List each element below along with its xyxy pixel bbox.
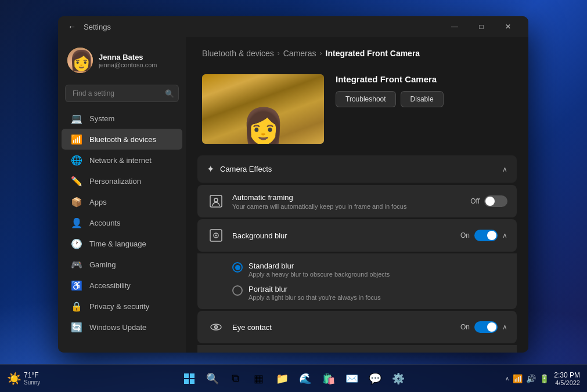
- eye-contact-chevron[interactable]: ∧: [502, 323, 507, 331]
- eye-contact-toggle[interactable]: [474, 321, 498, 333]
- auto-framing-desc: Your camera will automatically keep you …: [232, 203, 470, 210]
- sidebar-item-label: Windows Update: [89, 323, 146, 332]
- troubleshoot-button[interactable]: Troubleshoot: [336, 91, 396, 107]
- widgets-button[interactable]: ▦: [249, 368, 269, 389]
- store-button[interactable]: 🛍️: [318, 368, 339, 389]
- window-title: Settings: [84, 23, 111, 31]
- sidebar-item-accessibility[interactable]: ♿ Accessibility: [62, 275, 182, 296]
- eye-contact-toggle-label: On: [460, 323, 470, 331]
- edge-button[interactable]: 🌊: [295, 368, 316, 389]
- effects-title: Camera Effects: [220, 165, 272, 173]
- gaming-icon: 🎮: [71, 259, 82, 270]
- wifi-icon[interactable]: 📶: [513, 374, 523, 383]
- background-blur-toggle[interactable]: [474, 230, 498, 241]
- user-info: Jenna Bates jenna@contoso.com: [99, 53, 177, 68]
- eye-contact-text: Eye contact: [232, 323, 460, 332]
- effects-header[interactable]: ✦ Camera Effects ∧: [197, 155, 517, 183]
- search-input[interactable]: [65, 85, 179, 102]
- taskview-button[interactable]: ⧉: [225, 368, 246, 389]
- search-icon: 🔍: [165, 89, 174, 98]
- portrait-blur-label: Portrait blur: [249, 285, 381, 293]
- standard-blur-option[interactable]: Standard blur Apply a heavy blur to obsc…: [232, 258, 507, 281]
- volume-icon[interactable]: 🔊: [526, 374, 536, 383]
- breadcrumb-bluetooth[interactable]: Bluetooth & devices: [202, 49, 274, 58]
- title-bar-left: ← Settings: [65, 20, 111, 34]
- auto-framing-toggle-label: Off: [470, 197, 480, 205]
- breadcrumb-current: Integrated Front Camera: [326, 49, 420, 58]
- auto-framing-toggle[interactable]: [484, 195, 507, 207]
- sidebar-item-accounts[interactable]: 👤 Accounts: [62, 212, 182, 233]
- weather-info: 71°F Sunny: [24, 371, 40, 386]
- weather-icon: ☀️: [7, 372, 21, 386]
- explorer-button[interactable]: 📁: [272, 368, 293, 389]
- settings-button[interactable]: ⚙️: [388, 368, 409, 389]
- apps-icon: 📦: [71, 196, 82, 208]
- battery-icon[interactable]: 🔋: [539, 374, 549, 383]
- eye-standard-option[interactable]: Standard Make eye contact even when you'…: [232, 350, 507, 353]
- user-profile[interactable]: Jenna Bates jenna@contoso.com: [58, 42, 186, 79]
- portrait-blur-option[interactable]: Portrait blur Apply a light blur so that…: [232, 281, 507, 304]
- camera-preview-inner: 👩: [202, 74, 324, 144]
- sidebar-item-system[interactable]: 💻 System: [62, 108, 182, 129]
- sidebar-item-network[interactable]: 🌐 Network & internet: [62, 150, 182, 170]
- search-button[interactable]: 🔍: [202, 368, 223, 389]
- clock-time: 2:30 PM: [554, 371, 580, 379]
- breadcrumb-cameras[interactable]: Cameras: [283, 49, 316, 58]
- camera-name: Integrated Front Camera: [336, 74, 444, 84]
- start-button[interactable]: [179, 368, 200, 389]
- portrait-blur-radio[interactable]: [232, 285, 243, 296]
- sidebar-item-privacy[interactable]: 🔒 Privacy & security: [62, 296, 182, 317]
- auto-framing-icon: [207, 192, 225, 210]
- effects-header-left: ✦ Camera Effects: [207, 164, 272, 175]
- sidebar-item-gaming[interactable]: 🎮 Gaming: [62, 254, 182, 275]
- minimize-button[interactable]: —: [441, 17, 468, 36]
- camera-actions: Troubleshoot Disable: [336, 91, 444, 107]
- tray-overflow-button[interactable]: ∧: [505, 375, 509, 382]
- sidebar-item-label: Time & language: [89, 239, 146, 248]
- disable-button[interactable]: Disable: [401, 91, 444, 107]
- maximize-button[interactable]: □: [468, 17, 495, 36]
- breadcrumb: Bluetooth & devices › Cameras › Integrat…: [202, 49, 512, 58]
- weather-condition: Sunny: [24, 379, 40, 386]
- background-blur-icon: [207, 226, 225, 245]
- teams-button[interactable]: 💬: [365, 368, 386, 389]
- sidebar-item-apps[interactable]: 📦 Apps: [62, 191, 182, 212]
- avatar-image: [67, 48, 93, 73]
- effects-chevron-icon: ∧: [502, 165, 507, 173]
- window-controls: — □ ✕: [441, 17, 521, 36]
- clock-area[interactable]: 2:30 PM 4/5/2022: [554, 371, 580, 386]
- sidebar-item-personalization[interactable]: ✏️ Personalization: [62, 170, 182, 191]
- effects-icon: ✦: [207, 164, 214, 175]
- main-content: Bluetooth & devices › Cameras › Integrat…: [186, 37, 528, 353]
- background-blur-left: Background blur: [207, 226, 460, 245]
- auto-framing-left: Automatic framing Your camera will autom…: [207, 192, 470, 210]
- user-email: jenna@contoso.com: [99, 61, 177, 68]
- sidebar: Jenna Bates jenna@contoso.com 🔍 💻 System…: [58, 37, 186, 353]
- sidebar-item-time[interactable]: 🕐 Time & language: [62, 233, 182, 254]
- title-bar: ← Settings — □ ✕: [58, 16, 528, 37]
- sidebar-item-label: System: [89, 114, 114, 123]
- search-box: 🔍: [65, 85, 179, 102]
- update-icon: 🔄: [71, 321, 82, 333]
- sidebar-item-label: Personalization: [89, 177, 141, 186]
- sidebar-item-bluetooth[interactable]: 📶 Bluetooth & devices: [62, 129, 182, 150]
- sidebar-item-label: Network & internet: [89, 156, 152, 165]
- sidebar-item-label: Gaming: [89, 260, 116, 269]
- standard-blur-desc: Apply a heavy blur to obscure background…: [249, 271, 390, 278]
- mail-button[interactable]: ✉️: [341, 368, 362, 389]
- background-blur-text: Background blur: [232, 231, 460, 240]
- sidebar-item-update[interactable]: 🔄 Windows Update: [62, 317, 182, 337]
- taskbar-right: ∧ 📶 🔊 🔋 2:30 PM 4/5/2022: [505, 371, 580, 386]
- camera-section: 👩 Integrated Front Camera Troubleshoot D…: [186, 74, 528, 155]
- back-button[interactable]: ←: [65, 20, 79, 34]
- background-blur-chevron[interactable]: ∧: [502, 231, 507, 239]
- eye-contact-row: Eye contact On ∧: [197, 311, 517, 343]
- breadcrumb-sep-2: ›: [320, 49, 322, 57]
- standard-blur-radio[interactable]: [232, 262, 243, 273]
- sidebar-item-label: Accessibility: [89, 281, 131, 290]
- taskbar: ☀️ 71°F Sunny 🔍 ⧉: [0, 364, 587, 392]
- toggle-thumb: [485, 197, 495, 206]
- eye-contact-label: Eye contact: [232, 323, 460, 332]
- settings-body: Jenna Bates jenna@contoso.com 🔍 💻 System…: [58, 37, 528, 353]
- close-button[interactable]: ✕: [495, 17, 521, 36]
